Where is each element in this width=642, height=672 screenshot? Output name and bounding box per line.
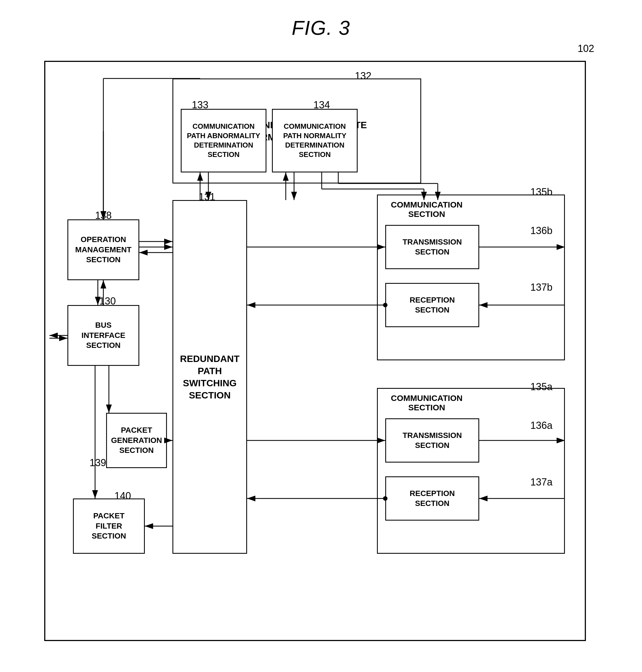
comm-section-b-outer (377, 195, 565, 360)
packet-filter-box: PACKET FILTER SECTION (73, 499, 145, 554)
reception-a-label: RECEPTION SECTION (410, 489, 454, 509)
comm-section-b-label: COMMUNICATION SECTION (385, 200, 468, 219)
redundant-path-box: REDUNDANT PATH SWITCHING SECTION (172, 200, 247, 554)
page-title: FIG. 3 (292, 16, 350, 39)
transmission-b-label: TRANSMISSION SECTION (403, 237, 462, 257)
ref-135a: 135a (530, 381, 552, 393)
comm-path-normality-box: COMMUNICATION PATH NORMALITY DETERMINATI… (272, 109, 358, 172)
ref-135b: 135b (530, 186, 552, 198)
operation-management-box: OPERATION MANAGEMENT SECTION (67, 219, 139, 280)
comm-path-normality-label: COMMUNICATION PATH NORMALITY DETERMINATI… (283, 122, 347, 159)
ref-130: 130 (99, 295, 116, 307)
ref-139: 139 (90, 457, 106, 469)
packet-generation-box: PACKET GENERATION SECTION (106, 413, 167, 468)
comm-path-abnormality-box: COMMUNICATION PATH ABNORMALITY DETERMINA… (181, 109, 267, 172)
packet-generation-label: PACKET GENERATION SECTION (111, 425, 162, 455)
comm-section-a-label: COMMUNICATION SECTION (385, 393, 468, 412)
ref-131: 131 (199, 191, 215, 203)
bus-interface-label: BUS INTERFACE SECTION (81, 320, 126, 350)
ref-133: 133 (192, 99, 208, 111)
reception-section-b-box: RECEPTION SECTION (385, 283, 479, 327)
transmission-section-b-box: TRANSMISSION SECTION (385, 225, 479, 269)
ref-136a: 136a (530, 420, 552, 431)
comm-path-abnormality-label: COMMUNICATION PATH ABNORMALITY DETERMINA… (187, 122, 260, 159)
transmission-a-label: TRANSMISSION SECTION (403, 430, 462, 451)
ref-138: 138 (95, 210, 112, 221)
ref-137b: 137b (530, 282, 552, 293)
packet-filter-label: PACKET FILTER SECTION (92, 511, 126, 541)
comm-section-a-outer (377, 388, 565, 554)
ref-140: 140 (114, 490, 131, 502)
main-diagram-box: COMMUNICATION PATH STATE DETERMINATION S… (44, 61, 586, 641)
reception-b-label: RECEPTION SECTION (410, 295, 454, 315)
reception-section-a-box: RECEPTION SECTION (385, 476, 479, 520)
ref-102-label: 102 (578, 43, 594, 54)
ref-132: 132 (355, 70, 371, 82)
transmission-section-a-box: TRANSMISSION SECTION (385, 418, 479, 463)
bus-interface-box: BUS INTERFACE SECTION (67, 305, 139, 366)
ref-137a: 137a (530, 476, 552, 488)
redundant-path-label: REDUNDANT PATH SWITCHING SECTION (180, 352, 239, 401)
ref-136b: 136b (530, 225, 552, 236)
operation-management-label: OPERATION MANAGEMENT SECTION (75, 235, 131, 265)
ref-134: 134 (313, 99, 330, 111)
